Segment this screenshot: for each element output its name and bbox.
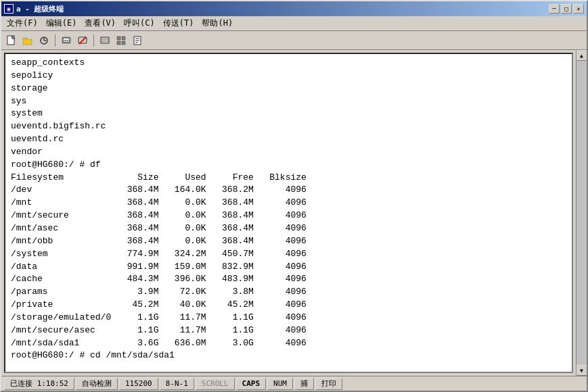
maximize-button[interactable]: □ <box>561 4 572 14</box>
svg-rect-2 <box>23 38 27 39</box>
status-caps: CAPS <box>236 378 267 390</box>
toolbar-sep2 <box>93 34 94 47</box>
status-bar: 已连接 1:18:52 自动检测 115200 8-N-1 SCROLL CAP… <box>1 376 587 391</box>
app-icon: ▣ <box>4 4 14 14</box>
scrollbar-track[interactable] <box>576 61 587 365</box>
menu-call[interactable]: 呼叫(C) <box>120 16 159 30</box>
terminal-output[interactable]: seapp_contexts sepolicy storage sys syst… <box>5 54 572 372</box>
status-print: 打印 <box>315 378 342 390</box>
toolbar-btn2[interactable] <box>37 33 51 48</box>
main-content: seapp_contexts sepolicy storage sys syst… <box>1 50 587 376</box>
props-button[interactable] <box>114 33 129 48</box>
terminal-text: seapp_contexts sepolicy storage sys syst… <box>11 57 566 362</box>
menu-help[interactable]: 帮助(H) <box>198 16 237 30</box>
svg-point-10 <box>66 41 67 42</box>
svg-point-11 <box>68 41 69 42</box>
minimize-button[interactable]: ─ <box>549 4 560 14</box>
status-protocol: 8-N-1 <box>160 378 194 390</box>
svg-rect-20 <box>122 41 125 45</box>
new-button[interactable] <box>4 33 19 48</box>
open-button[interactable] <box>20 33 35 48</box>
title-bar-left: ▣ a - 超级终端 <box>4 4 64 14</box>
menu-view[interactable]: 查看(V) <box>81 16 120 30</box>
status-connected: 已连接 1:18:52 <box>4 378 74 390</box>
status-scroll: SCROLL <box>196 378 235 390</box>
menu-edit[interactable]: 编辑(E) <box>42 16 81 30</box>
svg-point-9 <box>64 41 65 42</box>
svg-rect-7 <box>62 37 70 43</box>
close-button[interactable]: ✕ <box>573 4 584 14</box>
status-capture: 捕 <box>294 378 314 390</box>
disconnect-button[interactable] <box>75 33 90 48</box>
menu-transfer[interactable]: 传送(T) <box>159 16 198 30</box>
scroll-up-button[interactable]: ▲ <box>576 50 587 61</box>
svg-rect-18 <box>122 36 125 40</box>
svg-rect-17 <box>117 36 120 40</box>
status-autodetect: 自动检测 <box>76 378 118 390</box>
capture-button[interactable] <box>97 33 112 48</box>
config-button[interactable] <box>130 33 145 48</box>
window-title: a - 超级终端 <box>16 4 64 14</box>
svg-rect-19 <box>117 41 120 45</box>
scroll-down-button[interactable]: ▼ <box>576 365 587 376</box>
scrollbar: ▲ ▼ <box>576 50 587 376</box>
svg-rect-8 <box>64 39 69 40</box>
main-window: ▣ a - 超级终端 ─ □ ✕ 文件(F) 编辑(E) 查看(V) 呼叫(C)… <box>0 0 588 392</box>
title-buttons: ─ □ ✕ <box>549 4 584 14</box>
title-bar: ▣ a - 超级终端 ─ □ ✕ <box>1 1 587 16</box>
terminal-area: seapp_contexts sepolicy storage sys syst… <box>4 53 573 373</box>
menu-bar: 文件(F) 编辑(E) 查看(V) 呼叫(C) 传送(T) 帮助(H) <box>1 16 587 31</box>
dial-button[interactable] <box>59 33 74 48</box>
svg-rect-14 <box>101 37 109 43</box>
toolbar-sep1 <box>55 34 55 47</box>
svg-rect-3 <box>23 39 32 45</box>
toolbar <box>1 31 587 50</box>
menu-file[interactable]: 文件(F) <box>3 16 42 30</box>
status-baud: 115200 <box>119 378 158 390</box>
status-num: NUM <box>267 378 293 390</box>
